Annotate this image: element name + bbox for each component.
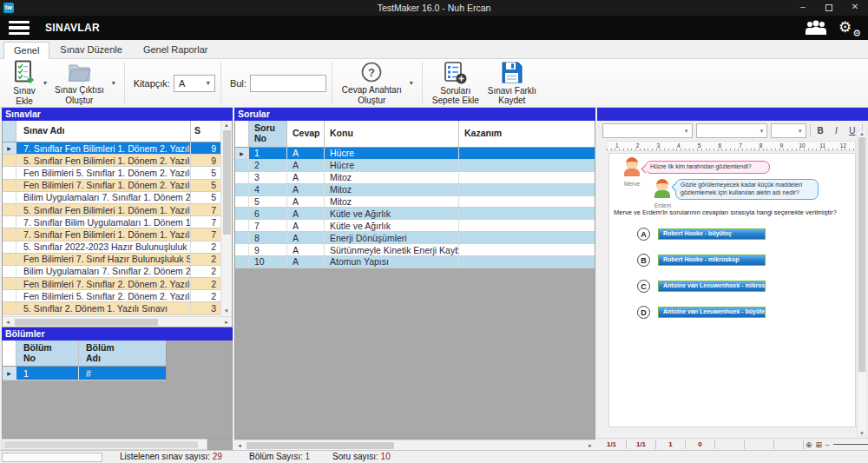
booklet-value: A: [174, 78, 202, 89]
exam-row[interactable]: 5. Sınıflar 2. Dönem 1. Yazılı Sınavı 3: [3, 302, 232, 314]
exam-name: 5. Sınıflar 2022-2023 Hazır Bulunuşluluk…: [16, 241, 191, 253]
print-exam-button[interactable]: Sınav Çıktısı Oluştur: [50, 60, 108, 105]
exam-name: 7. Sınıflar Fen Bilimleri 1. Dönem 2. Ya…: [16, 142, 191, 154]
question-row[interactable]: 10 A Atomun Yapısı: [235, 256, 595, 268]
add-exam-dropdown[interactable]: ▾: [40, 79, 50, 87]
question-row[interactable]: 4 A Mitoz: [235, 184, 595, 196]
scroll-up-icon[interactable]: ▲: [224, 121, 229, 130]
answer-key-button[interactable]: ? Cevap Anahtarı Oluştur: [338, 60, 406, 105]
exam-row[interactable]: Fen Bilimleri 7. Sınıf Hazır Bulunuşlulu…: [3, 254, 232, 266]
page-indicator: 0: [686, 440, 715, 449]
font-size-select[interactable]: ▾: [771, 123, 806, 138]
row-selector: [3, 216, 16, 228]
question-row[interactable]: 5 A Mitoz: [235, 196, 595, 208]
scroll-down-icon[interactable]: ▼: [859, 431, 865, 436]
column-header-section-name[interactable]: Bölüm Adı: [79, 341, 166, 366]
maximize-button[interactable]: [816, 0, 842, 16]
exam-row[interactable]: Bilim Uygulamaları 7. Sınıflar 2. Dönem …: [3, 266, 232, 278]
tab[interactable]: Genel Raporlar: [133, 41, 219, 58]
close-button[interactable]: ✕: [842, 0, 868, 16]
merve-avatar: [622, 157, 641, 181]
scroll-up-icon[interactable]: ▲: [859, 131, 865, 136]
question-row[interactable]: 7 A Kütle ve Ağırlık: [235, 220, 595, 232]
exam-name: 5. Sınıflar Fen Bilimleri 1. Dönem 2. Ya…: [16, 155, 191, 166]
column-header-exam-name[interactable]: Sınav Adı: [16, 121, 191, 142]
page-indicator: [715, 440, 745, 449]
status-section-count: Bölüm Sayısı: 1: [249, 452, 310, 461]
row-selector: [3, 167, 16, 178]
exam-row[interactable]: ▶ 7. Sınıflar Fen Bilimleri 1. Dönem 2. …: [3, 142, 232, 155]
users-icon[interactable]: [804, 19, 828, 36]
column-header-topic[interactable]: Konu: [325, 121, 459, 147]
fit-width-icon[interactable]: ⊞: [816, 440, 823, 449]
question-row[interactable]: ▶ 1 A Hücre: [235, 148, 595, 160]
status-progress-box: [2, 453, 102, 462]
add-to-basket-button[interactable]: Soruları Sepete Ekle: [428, 60, 483, 106]
find-input[interactable]: [250, 75, 326, 92]
question-row[interactable]: 9 A Sürtünmeyle Kinetik Enerji Kaybı: [235, 244, 595, 256]
settings-gear-icon[interactable]: ⚙⚙: [838, 18, 861, 37]
question-row[interactable]: 6 A Kütle ve Ağırlık: [235, 208, 595, 220]
hamburger-menu-icon[interactable]: [9, 21, 30, 35]
option-text: Antoine van Leeuwenhoek - mikroskop: [658, 281, 766, 292]
exam-row[interactable]: Fen Bilimleri 7. Sınıflar 1. Dönem 2. Ya…: [3, 180, 232, 192]
column-header-answer[interactable]: Cevap: [287, 121, 325, 147]
section-name: #: [79, 367, 166, 380]
grid-corner-cell: [3, 121, 16, 142]
print-exam-dropdown[interactable]: ▾: [108, 79, 119, 87]
question-row[interactable]: 8 A Enerji Dönüşümleri: [235, 232, 595, 244]
exam-name: 5. Sınıflar 2. Dönem 1. Yazılı Sınavı: [16, 302, 191, 314]
row-selector: [3, 228, 16, 240]
scroll-right-icon[interactable]: ►: [585, 443, 595, 448]
paragraph-style-select[interactable]: ▾: [696, 123, 768, 138]
sections-horizontal-scrollbar[interactable]: [2, 439, 207, 450]
svg-text:?: ?: [368, 66, 375, 79]
exams-horizontal-scrollbar[interactable]: ◄ ►: [3, 316, 232, 327]
column-header-question-no[interactable]: Soru No: [249, 121, 287, 147]
answer-options: A Robert Hooke - büyüteç B Robert Hooke …: [637, 227, 766, 320]
ruler-number: 9: [772, 142, 792, 150]
exam-row[interactable]: 7. Sınıflar Bilim Uygulamaları 1. Dönem …: [3, 216, 232, 228]
exam-row[interactable]: 5. Sınıflar Fen Bilimleri 1. Dönem 2. Ya…: [3, 155, 232, 167]
zoom-out-button[interactable]: –: [825, 440, 829, 448]
minimize-button[interactable]: –: [790, 0, 816, 16]
zoom-slider[interactable]: [833, 444, 868, 445]
preview-vertical-scrollbar[interactable]: ▲ ▼: [857, 130, 867, 437]
question-answer: A: [287, 220, 325, 231]
exam-row[interactable]: Bilim Uygulamaları 7. Sınıflar 1. Dönem …: [3, 192, 232, 204]
questions-horizontal-scrollbar[interactable]: ◄ ►: [234, 440, 595, 450]
question-row[interactable]: 3 A Mitoz: [235, 172, 595, 184]
font-family-select[interactable]: ▾: [602, 123, 693, 138]
save-as-button[interactable]: Sınavı Farklı Kaydet: [483, 60, 541, 106]
section-row[interactable]: ▶ 1 #: [3, 367, 167, 380]
scroll-left-icon[interactable]: ◄: [3, 320, 13, 325]
erdem-avatar: [653, 179, 672, 202]
tab[interactable]: Sınav Düzenle: [49, 41, 133, 58]
exam-row[interactable]: 7. Sınıflar Fen Bilimleri 1. Dönem 1. Ya…: [3, 228, 232, 241]
scroll-right-icon[interactable]: ►: [221, 320, 232, 325]
row-selector: [3, 254, 16, 265]
question-no: 6: [249, 208, 287, 219]
question-topic: Mitoz: [325, 184, 459, 195]
fit-page-icon[interactable]: ⊕: [806, 440, 812, 449]
column-header-objective[interactable]: Kazanım: [459, 121, 595, 147]
tab[interactable]: Genel: [3, 42, 49, 59]
add-exam-button[interactable]: Sınav Ekle: [9, 59, 40, 106]
exam-row[interactable]: 5. Sınıflar 2022-2023 Hazır Bulunuşluluk…: [3, 241, 232, 254]
booklet-select[interactable]: A ▾: [174, 75, 215, 92]
exam-row[interactable]: Fen Bilimleri 5. Sınıflar 2. Dönem 2. Ya…: [3, 290, 232, 302]
answer-key-dropdown[interactable]: ▾: [406, 79, 417, 87]
exam-row[interactable]: Fen Bilimleri 5. Sınıflar 1. Dönem 2. Ya…: [3, 167, 232, 179]
column-header-section-no[interactable]: Bölüm No: [16, 341, 79, 366]
exam-row[interactable]: 5. Sınıflar Fen Bilimleri 1. Dönem 1. Ya…: [3, 204, 232, 216]
scroll-left-icon[interactable]: ◄: [234, 443, 245, 448]
exams-vertical-scrollbar[interactable]: ▲ ▼: [220, 121, 232, 316]
question-topic: Kütle ve Ağırlık: [325, 220, 459, 231]
exam-row[interactable]: Fen Bilimleri 7. Sınıflar 2. Dönem 2. Ya…: [3, 278, 232, 290]
question-row[interactable]: 2 A Hücre: [235, 160, 595, 172]
italic-button[interactable]: I: [830, 124, 842, 137]
scroll-down-icon[interactable]: ▼: [224, 307, 229, 316]
bold-button[interactable]: B: [814, 124, 826, 137]
speaker-name: Merve: [624, 181, 640, 187]
section-list: ▶ 1 #: [3, 367, 232, 380]
